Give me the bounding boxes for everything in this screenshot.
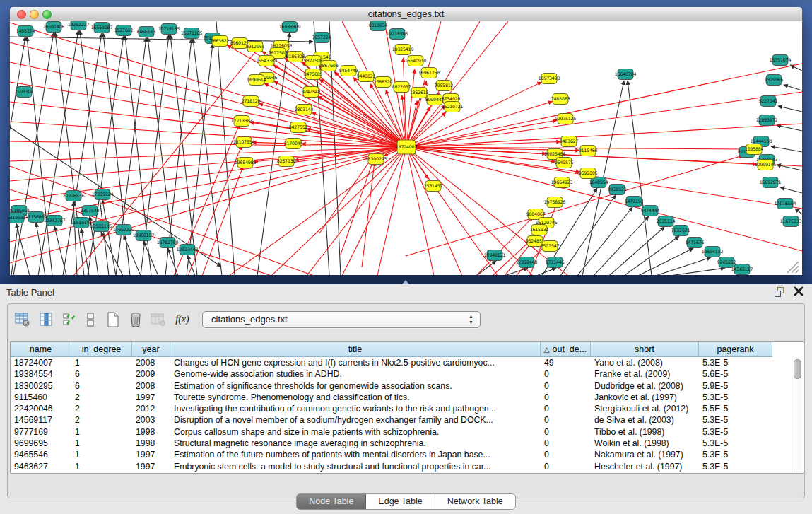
network-canvas[interactable]: 1405574206914061825222716553287152760264… <box>10 21 802 275</box>
graph-node[interactable]: 10654112 <box>702 247 724 257</box>
graph-node[interactable]: 8170044 <box>284 139 303 149</box>
tab-edge-table[interactable]: Edge Table <box>366 494 435 509</box>
table-row[interactable]: 1456911722003Disruption of a novel membe… <box>11 414 804 426</box>
graph-node[interactable]: 1733446 <box>546 257 565 268</box>
graph-node[interactable]: 6466163 <box>137 27 156 37</box>
table-vertical-scrollbar[interactable] <box>792 357 802 472</box>
table-row[interactable]: 2242004622012Investigating the contribut… <box>11 403 804 414</box>
create-column-icon[interactable] <box>104 310 122 329</box>
graph-node[interactable]: 12392448 <box>516 257 538 268</box>
graph-node[interactable]: 11519141 <box>71 218 93 228</box>
graph-node[interactable]: 12975125 <box>555 114 577 124</box>
graph-node[interactable]: 2718120 <box>242 96 261 107</box>
graph-node[interactable]: 8912955 <box>246 42 265 52</box>
graph-node[interactable]: 10958107 <box>133 230 155 241</box>
graph-node[interactable]: 18724007 <box>396 140 418 154</box>
graph-node[interactable]: 8454749 <box>339 66 358 76</box>
graph-node[interactable]: 20691406 <box>43 22 65 33</box>
graph-node[interactable]: 18325419 <box>392 45 414 55</box>
close-panel-icon[interactable] <box>794 286 804 296</box>
graph-node[interactable]: 9699695 <box>579 168 598 179</box>
graph-node[interactable]: 9474444 <box>641 206 660 216</box>
column-header-year[interactable]: year <box>132 342 170 357</box>
table-row[interactable]: 946554611997Estimation of the future num… <box>11 449 804 460</box>
graph-node[interactable]: 18252227 <box>68 21 90 30</box>
column-header-in_degree[interactable]: in_degree <box>71 342 132 357</box>
graph-node[interactable]: 16671385 <box>181 28 203 39</box>
graph-node[interactable]: 18300295 <box>365 154 387 165</box>
graph-node[interactable]: 9242848 <box>302 87 321 98</box>
tab-network-table[interactable]: Network Table <box>435 494 515 509</box>
table-mode-icon[interactable] <box>81 310 100 329</box>
graph-node[interactable]: 9319591 <box>10 213 26 223</box>
graph-node[interactable]: 8267130 <box>277 156 296 167</box>
canvas-resize-grip[interactable] <box>787 262 799 273</box>
graph-node[interactable]: 9890614 <box>247 75 266 86</box>
graph-node[interactable]: 2935114 <box>657 216 676 227</box>
graph-node[interactable]: 1531457 <box>424 181 443 192</box>
graph-node[interactable]: 18107554 <box>233 137 255 148</box>
float-panel-icon[interactable] <box>775 287 785 297</box>
graph-node[interactable]: 11675333 <box>780 216 802 227</box>
graph-node[interactable]: 9329966 <box>765 75 784 86</box>
graph-node[interactable]: 2522547 <box>541 241 560 252</box>
graph-node[interactable]: 12213383 <box>231 116 253 127</box>
graph-node[interactable]: 1595884 <box>745 144 764 155</box>
column-header-pagerank[interactable]: pagerank <box>699 342 772 357</box>
graph-node[interactable]: 6479197 <box>625 197 644 207</box>
graph-node[interactable]: 8813054 <box>369 21 388 31</box>
graph-node[interactable]: 1588520 <box>374 77 393 88</box>
graph-node[interactable]: 9397548 <box>81 206 100 216</box>
scrollbar-thumb[interactable] <box>794 359 801 379</box>
table-row[interactable]: 946362711997Embryonic stem cells: a mode… <box>11 461 804 472</box>
graph-node[interactable]: 8475685 <box>304 69 323 80</box>
graph-node[interactable]: 9227341 <box>759 96 778 107</box>
tab-node-table[interactable]: Node Table <box>297 494 366 509</box>
table-row[interactable]: 1938455462009Genome-wide association stu… <box>11 368 804 380</box>
graph-node[interactable]: 9463627 <box>560 136 579 147</box>
graph-node[interactable]: 16033809 <box>279 22 301 33</box>
graph-node[interactable]: 2503104 <box>15 87 34 98</box>
graph-node[interactable]: 19218506 <box>387 29 408 40</box>
table-row[interactable]: 1872400712008Changes of HCN gene express… <box>11 357 804 368</box>
graph-node[interactable]: 16543382 <box>256 56 278 66</box>
show-column-icon[interactable] <box>37 310 56 329</box>
graph-node[interactable]: 10719185 <box>158 24 180 35</box>
graph-node[interactable]: 8471676 <box>686 238 705 248</box>
graph-node[interactable]: 10999141 <box>755 160 777 170</box>
graph-node[interactable]: 8427552 <box>289 122 308 133</box>
graph-node[interactable]: 17957222 <box>113 225 135 235</box>
graph-node[interactable]: 7955812 <box>435 81 454 91</box>
table-row[interactable]: 969969511998Structural magnetic resonanc… <box>11 438 804 449</box>
table-select-dropdown[interactable]: citations_edges.txt ▲▼ <box>202 311 481 328</box>
graph-node[interactable]: 16640910 <box>405 56 427 66</box>
graph-node[interactable]: 1405574 <box>16 26 35 37</box>
graph-node[interactable]: 16648784 <box>615 69 637 80</box>
graph-node[interactable]: 7485063 <box>551 94 570 105</box>
graph-node[interactable]: 2803144 <box>295 105 314 115</box>
graph-node[interactable]: 7632621 <box>671 226 690 236</box>
table-row[interactable]: 1830029562008Estimation of significance … <box>11 380 804 392</box>
graph-node[interactable]: 7663822 <box>211 36 230 47</box>
graph-node[interactable]: 8822037 <box>392 82 411 93</box>
column-header-name[interactable]: name <box>11 342 71 357</box>
graph-node[interactable]: 1527602 <box>114 25 134 36</box>
graph-node[interactable]: 12342757 <box>44 216 66 226</box>
column-header-out_de[interactable]: △out_de... <box>541 342 591 357</box>
graph-node[interactable]: 9649575 <box>555 158 574 168</box>
graph-node[interactable]: 10973493 <box>539 74 560 84</box>
table-row[interactable]: 911546021997Tourette syndrome. Phenomeno… <box>11 392 804 403</box>
table-row[interactable]: 977716911998Corpus callosum shape and si… <box>11 426 804 438</box>
graph-node[interactable]: 16210721 <box>442 102 464 112</box>
graph-node[interactable]: 9115460 <box>579 146 598 156</box>
graph-node[interactable]: 13505135 <box>90 221 112 232</box>
graph-node[interactable]: 15692971 <box>760 177 782 188</box>
graph-node[interactable]: 16961758 <box>418 68 440 78</box>
graph-node[interactable]: 16782759 <box>157 238 179 248</box>
graph-node[interactable]: 12093872 <box>756 115 778 126</box>
graph-node[interactable]: 15751074 <box>770 55 792 66</box>
graph-node[interactable]: 10948121 <box>484 250 506 261</box>
graph-node[interactable]: 12923448 <box>177 245 199 255</box>
graph-node[interactable]: 16553287 <box>91 23 113 33</box>
graph-node[interactable]: 19654985 <box>235 158 257 168</box>
